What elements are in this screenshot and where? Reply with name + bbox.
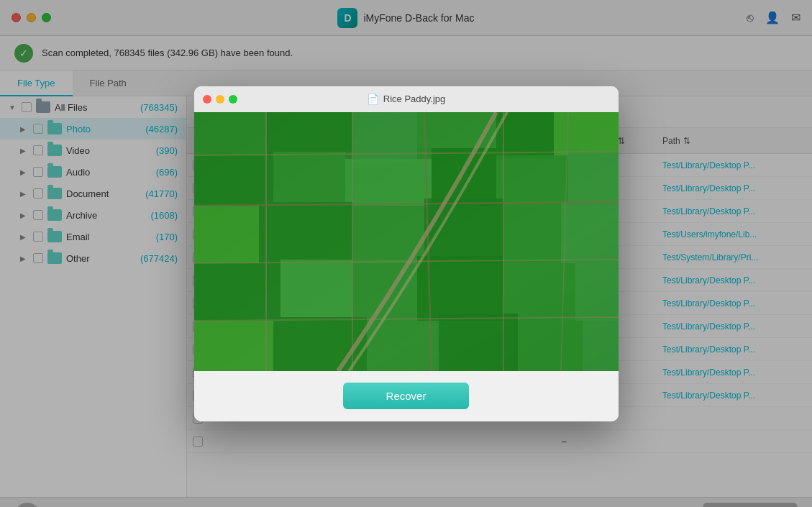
svg-rect-21 (352, 263, 417, 321)
svg-rect-14 (259, 202, 352, 263)
modal-image-inner (194, 112, 619, 371)
svg-rect-13 (194, 206, 259, 263)
svg-rect-25 (194, 321, 273, 371)
svg-rect-18 (561, 202, 619, 263)
svg-rect-29 (518, 321, 583, 371)
modal-titlebar: 📄 Rice Paddy.jpg (194, 86, 619, 112)
modal-traffic-lights (203, 95, 237, 104)
modal-close-button[interactable] (203, 95, 211, 104)
preview-modal: 📄 Rice Paddy.jpg (194, 86, 619, 421)
svg-rect-24 (575, 260, 619, 321)
rice-paddy-svg (194, 112, 619, 371)
modal-filename: Rice Paddy.jpg (383, 93, 445, 104)
svg-rect-12 (568, 152, 619, 206)
svg-rect-16 (424, 198, 503, 263)
svg-rect-23 (503, 263, 575, 321)
svg-rect-6 (554, 112, 619, 155)
svg-rect-10 (432, 148, 496, 206)
svg-rect-9 (345, 159, 432, 206)
svg-rect-7 (194, 155, 273, 206)
svg-rect-2 (266, 112, 352, 152)
svg-rect-11 (496, 155, 568, 206)
modal-maximize-button[interactable] (229, 95, 237, 104)
svg-rect-17 (503, 206, 561, 263)
modal-title: 📄 Rice Paddy.jpg (367, 93, 445, 105)
modal-minimize-button[interactable] (216, 95, 224, 104)
modal-overlay: 📄 Rice Paddy.jpg (0, 0, 812, 507)
modal-recover-button[interactable]: Recover (343, 383, 470, 409)
modal-footer: Recover (194, 371, 619, 421)
file-icon: 📄 (367, 93, 379, 105)
svg-rect-3 (352, 112, 417, 163)
svg-rect-28 (439, 314, 518, 371)
svg-rect-8 (273, 152, 345, 206)
svg-rect-1 (194, 112, 266, 155)
svg-rect-19 (194, 263, 280, 321)
svg-rect-20 (280, 260, 352, 321)
svg-rect-30 (583, 317, 619, 371)
modal-image (194, 112, 619, 371)
